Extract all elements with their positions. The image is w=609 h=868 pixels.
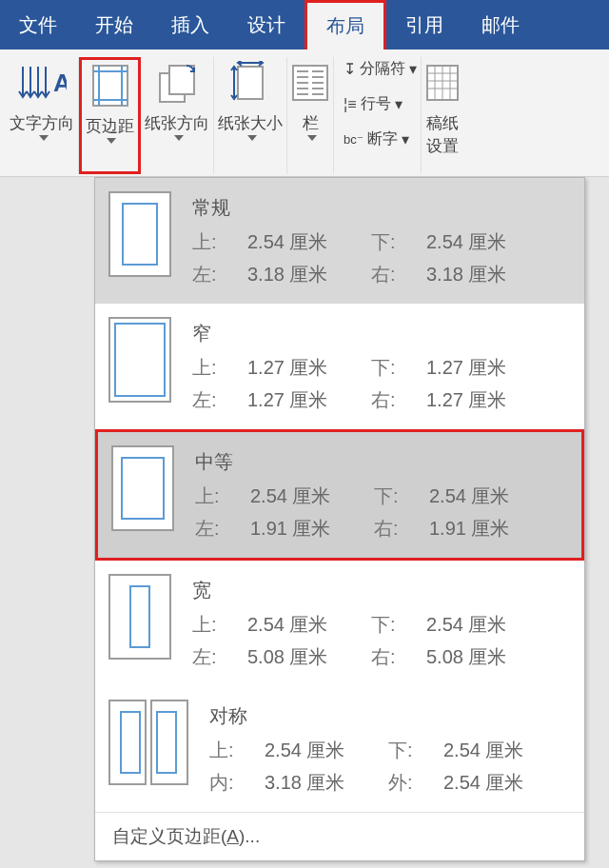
preset-title: 对称 xyxy=(209,700,571,732)
svg-rect-11 xyxy=(169,66,194,94)
text-direction-icon: A xyxy=(17,57,67,108)
svg-rect-12 xyxy=(238,67,263,99)
top-label: 上: xyxy=(192,608,247,641)
margin-preset-wide[interactable]: 宽 上: 2.54 厘米 下: 2.54 厘米 左: 5.08 厘米 右: 5.… xyxy=(95,561,584,686)
custom-margins-label: 自定义页边距(A)... xyxy=(112,826,260,846)
tab-mail[interactable]: 邮件 xyxy=(462,0,539,49)
preset-title: 窄 xyxy=(192,317,571,349)
columns-icon xyxy=(291,57,329,108)
tab-insert[interactable]: 插入 xyxy=(152,0,228,49)
size-button[interactable]: 纸张大小 xyxy=(214,57,287,174)
ribbon-tab-bar: 文件 开始 插入 设计 布局 引用 邮件 xyxy=(0,0,609,49)
size-icon xyxy=(230,57,270,108)
margin-preset-mirrored[interactable]: 对称 上: 2.54 厘米 下: 2.54 厘米 内: 3.18 厘米 外: 2… xyxy=(95,686,584,812)
text-direction-button[interactable]: A 文字方向 xyxy=(6,57,79,174)
bottom-value: 2.54 厘米 xyxy=(443,734,567,766)
margin-preset-moderate[interactable]: 中等 上: 2.54 厘米 下: 2.54 厘米 左: 1.91 厘米 右: 1… xyxy=(95,429,584,561)
right-value: 1.91 厘米 xyxy=(429,512,553,544)
bottom-value: 1.27 厘米 xyxy=(426,351,550,384)
bottom-value: 2.54 厘米 xyxy=(426,608,550,641)
tab-home[interactable]: 开始 xyxy=(76,0,152,49)
dropdown-arrow-icon xyxy=(39,135,49,141)
outside-value: 2.54 厘米 xyxy=(443,766,567,799)
margins-label: 页边距 xyxy=(86,115,134,138)
custom-margins-link[interactable]: 自定义页边距(A)... xyxy=(95,812,584,860)
margin-thumb-icon xyxy=(108,574,171,660)
dropdown-arrow-icon xyxy=(174,135,184,141)
columns-label: 栏 xyxy=(303,112,319,135)
manuscript-icon xyxy=(425,57,460,108)
bottom-label: 下: xyxy=(374,480,429,512)
top-value: 2.54 厘米 xyxy=(265,734,388,766)
margin-thumb-icon xyxy=(150,700,188,785)
orientation-label: 纸张方向 xyxy=(145,112,209,135)
bottom-label: 下: xyxy=(371,608,426,641)
left-value: 3.18 厘米 xyxy=(247,258,371,290)
preset-title: 常规 xyxy=(192,191,571,224)
right-label: 右: xyxy=(374,512,429,544)
size-label: 纸张大小 xyxy=(218,112,283,135)
top-label: 上: xyxy=(192,226,247,258)
bottom-label: 下: xyxy=(388,734,443,766)
dropdown-arrow-icon xyxy=(247,135,257,141)
right-label: 右: xyxy=(371,384,426,416)
margin-preset-normal[interactable]: 常规 上: 2.54 厘米 下: 2.54 厘米 左: 3.18 厘米 右: 3… xyxy=(95,178,584,304)
preset-title: 宽 xyxy=(192,574,571,606)
svg-text:A: A xyxy=(53,69,67,97)
preset-title: 中等 xyxy=(195,445,568,478)
margin-thumb-icon xyxy=(108,700,147,785)
right-value: 3.18 厘米 xyxy=(426,258,550,290)
outside-label: 外: xyxy=(388,766,443,799)
top-label: 上: xyxy=(192,351,247,384)
top-value: 2.54 厘米 xyxy=(250,480,374,512)
hyphenation-button[interactable]: bc⁻ 断字 ▾ xyxy=(340,128,413,151)
dropdown-arrow-icon: ▾ xyxy=(409,60,417,78)
left-value: 1.27 厘米 xyxy=(247,384,371,416)
inside-value: 3.18 厘米 xyxy=(265,766,388,799)
hyphenation-icon: bc⁻ xyxy=(344,132,363,147)
text-direction-label: 文字方向 xyxy=(10,112,74,135)
right-label: 右: xyxy=(371,641,426,673)
top-value: 2.54 厘米 xyxy=(247,226,371,258)
dropdown-arrow-icon xyxy=(107,138,116,144)
tab-design[interactable]: 设计 xyxy=(228,0,304,49)
breaks-button[interactable]: ↧ 分隔符 ▾ xyxy=(340,57,421,81)
left-label: 左: xyxy=(192,641,247,673)
line-numbers-button[interactable]: ¦≡ 行号 ▾ xyxy=(340,92,406,116)
orientation-button[interactable]: 纸张方向 xyxy=(141,57,214,174)
margin-preset-narrow[interactable]: 窄 上: 1.27 厘米 下: 1.27 厘米 左: 1.27 厘米 右: 1.… xyxy=(95,304,584,429)
margins-icon xyxy=(91,60,129,111)
columns-button[interactable]: 栏 xyxy=(287,57,334,174)
left-value: 5.08 厘米 xyxy=(247,641,371,673)
inside-label: 内: xyxy=(209,766,265,799)
bottom-label: 下: xyxy=(371,226,426,258)
margin-thumb-icon xyxy=(111,445,174,531)
manuscript-button[interactable]: 稿纸 设置 xyxy=(422,57,463,174)
breaks-icon: ↧ xyxy=(344,60,356,78)
margin-thumb-icon xyxy=(108,317,171,403)
manuscript-label: 稿纸 设置 xyxy=(426,112,459,158)
ribbon-layout: A 文字方向 页边距 纸张方向 纸张大小 xyxy=(0,49,609,177)
margins-button[interactable]: 页边距 xyxy=(79,57,141,174)
line-numbers-label: 行号 xyxy=(361,94,391,114)
tab-layout[interactable]: 布局 xyxy=(304,0,386,49)
dropdown-arrow-icon xyxy=(307,135,317,141)
top-value: 2.54 厘米 xyxy=(247,608,371,641)
top-value: 1.27 厘米 xyxy=(247,351,371,384)
hyphenation-label: 断字 xyxy=(367,129,398,149)
margins-dropdown: 常规 上: 2.54 厘米 下: 2.54 厘米 左: 3.18 厘米 右: 3… xyxy=(94,177,585,861)
line-numbers-icon: ¦≡ xyxy=(344,96,357,113)
left-label: 左: xyxy=(192,258,247,290)
bottom-value: 2.54 厘米 xyxy=(426,226,550,258)
bottom-value: 2.54 厘米 xyxy=(429,480,553,512)
top-label: 上: xyxy=(209,734,265,766)
top-label: 上: xyxy=(195,480,250,512)
page-setup-options: ↧ 分隔符 ▾ ¦≡ 行号 ▾ bc⁻ 断字 ▾ xyxy=(334,57,422,174)
tab-file[interactable]: 文件 xyxy=(0,0,76,49)
bottom-label: 下: xyxy=(371,351,426,384)
right-label: 右: xyxy=(371,258,426,290)
left-label: 左: xyxy=(195,512,250,544)
tab-references[interactable]: 引用 xyxy=(386,0,462,49)
margin-thumb-icon xyxy=(108,191,171,277)
orientation-icon xyxy=(156,57,198,108)
